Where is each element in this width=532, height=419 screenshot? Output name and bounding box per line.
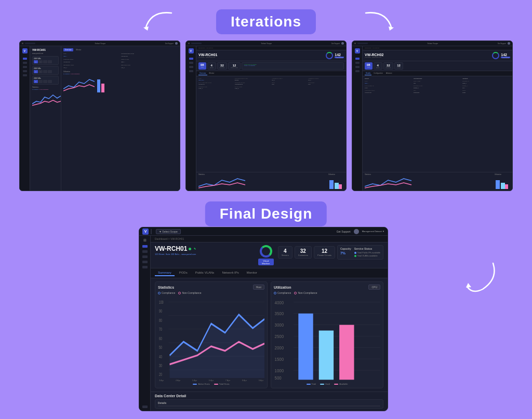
svg-rect-9 (505, 184, 508, 189)
sidebar-icon-grid[interactable]: ⊞ (143, 238, 147, 242)
sidebar-item-search[interactable] (142, 406, 148, 408)
date-labels: 3 Apr4 Apr5 Apr 6 Apr7 Apr8 Apr9 Apr (158, 379, 264, 382)
dc-details-col: Details (155, 399, 383, 409)
svg-text:1000: 1000 (275, 368, 284, 373)
utilization-chart: 4000 3500 3000 2500 2000 1500 1000 500 (274, 296, 380, 382)
final-design-title: Final Design (205, 201, 327, 226)
svg-rect-43 (319, 331, 334, 380)
arrow-right-icon (361, 8, 397, 39)
svg-rect-7 (496, 180, 500, 189)
svg-marker-0 (143, 26, 149, 31)
svg-text:40: 40 (159, 354, 162, 359)
tab-summary[interactable]: Summary (155, 270, 175, 276)
sidebar-item-home[interactable] (142, 245, 148, 248)
topbar: V ▼ Select Scope Get Support Management … (139, 227, 388, 236)
tab-pods[interactable]: PODs (176, 270, 191, 276)
circular-progress (260, 245, 272, 258)
svg-text:70: 70 (159, 327, 162, 332)
sidebar-item-network[interactable] (142, 255, 148, 258)
status-dot (189, 248, 191, 250)
svg-marker-1 (389, 26, 394, 31)
svg-marker-10 (466, 283, 471, 288)
topbar-right: Get Support Management Dataset ▼ (337, 229, 384, 234)
dc-title: Data Center Detail (155, 394, 383, 398)
svg-text:90: 90 (159, 309, 162, 314)
svg-text:1500: 1500 (275, 356, 284, 362)
svg-text:2500: 2500 (275, 334, 284, 340)
svg-text:500: 500 (275, 375, 282, 381)
virtual-machine-button[interactable]: Virtual Machine (258, 259, 274, 265)
svg-rect-8 (501, 183, 505, 189)
svg-text:3000: 3000 (275, 322, 284, 328)
breadcrumb: Dashboard > VW-RCH01 (151, 236, 388, 242)
statistics-panel: Statistics Host Compliance Non-Complianc… (155, 281, 268, 388)
statistics-host-control[interactable]: Host (253, 285, 264, 290)
tab-network-ips[interactable]: Network IPs (219, 270, 242, 276)
svg-text:100: 100 (159, 300, 164, 305)
utilization-cpu-control[interactable]: CPU (368, 285, 380, 290)
sidebar-item-servers[interactable] (142, 250, 148, 253)
vm-count-widget: Virtual Machine (258, 245, 274, 265)
svg-text:2000: 2000 (275, 345, 284, 350)
svg-rect-42 (298, 314, 313, 380)
iterations-title: Iterations (216, 9, 316, 34)
svg-text:80: 80 (159, 318, 162, 323)
sidebar-item-security[interactable] (142, 261, 148, 263)
capacity-widget: Capacity 7% Service Status Total Public … (337, 245, 383, 260)
stats-row: 4 Servers 32 Customers 12 Private Circui… (278, 245, 383, 260)
svg-rect-3 (101, 84, 104, 92)
iteration-screen-3: Select Scope Get Support V Dashboard > V… (352, 40, 513, 191)
svg-text:50: 50 (159, 345, 162, 350)
nav-tabs: Summary PODs Public VLANs Network IPs Mo… (151, 268, 388, 278)
svg-text:30: 30 (159, 363, 162, 369)
active-legend: Active Hosts Total Hosts (158, 383, 264, 385)
sidebar: ⊞ (139, 236, 151, 411)
iterations-row: Select Scope Get Support V V (10, 40, 522, 191)
user-avatar[interactable] (354, 229, 359, 234)
data-center-section: Data Center Detail Details (151, 391, 388, 411)
statistics-chart: 100 90 80 70 60 50 40 30 20 (158, 296, 264, 378)
svg-rect-2 (97, 79, 100, 92)
svg-text:4000: 4000 (275, 300, 284, 305)
svg-text:60: 60 (159, 336, 162, 341)
svg-rect-4 (329, 180, 334, 189)
servers-stat: 32 Customers (295, 246, 312, 259)
server-header: VW-RCH01 ✎ 123 Street, Suite 100 Belo...… (151, 242, 388, 268)
server-name: VW-RCH01 (155, 245, 187, 252)
username: Management Dataset ▼ (362, 230, 384, 233)
svg-rect-5 (335, 183, 339, 189)
tab-public-vlans[interactable]: Public VLANs (192, 270, 218, 276)
charts-row: Statistics Host Compliance Non-Complianc… (151, 278, 388, 391)
iteration-screen-1: Select Scope Get Support V V (19, 40, 180, 191)
logo: V (142, 228, 149, 235)
final-design-screen: V ▼ Select Scope Get Support Management … (139, 227, 388, 411)
server-address: 123 Street, Suite 100 Belo... www.portal… (155, 253, 254, 255)
utilization-legend: Compliance Non-Compliance (274, 291, 380, 294)
bar-legend: Total Used Available (274, 383, 380, 385)
svg-marker-26 (170, 315, 264, 378)
svg-rect-6 (339, 184, 342, 189)
get-support-link[interactable]: Get Support (337, 230, 351, 233)
circuits-stat: 12 Private Circuits (314, 246, 335, 259)
svg-rect-44 (339, 325, 354, 380)
utilization-title: Utilization (274, 286, 291, 289)
scope-selector[interactable]: ▼ Select Scope (156, 229, 181, 234)
statistics-title: Statistics (158, 286, 174, 289)
iteration-screen-2: Select Scope Get Support V Dashboard > V… (185, 40, 347, 191)
utilization-panel: Utilization CPU Compliance Non-Complianc… (271, 281, 383, 388)
arrow-left-icon (140, 8, 177, 39)
sidebar-item-settings[interactable] (142, 266, 148, 268)
statistics-legend: Compliance Non-Compliance (158, 291, 264, 294)
svg-text:20: 20 (159, 372, 162, 377)
arrow-final-icon (462, 258, 503, 300)
pods-stat: 4 Servers (278, 246, 292, 259)
svg-text:3500: 3500 (275, 311, 284, 317)
tab-monitor[interactable]: Monitor (244, 270, 260, 276)
edit-icon[interactable]: ✎ (194, 247, 196, 250)
